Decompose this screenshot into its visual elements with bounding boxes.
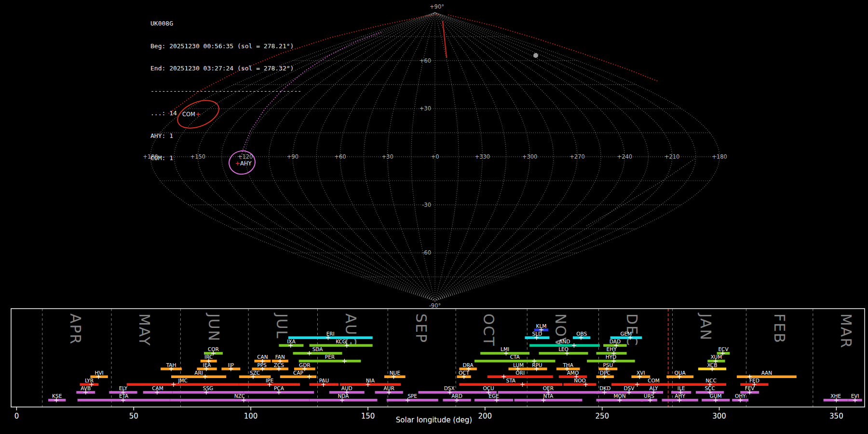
shower-label-OCU: OCU: [483, 385, 494, 391]
activity-timeline: APRMAYJUNJULAUGSEPOCTNOVDECJANFEBMARKLME…: [11, 309, 865, 420]
shower-label-EVI: EVI: [851, 393, 859, 399]
shower-label-NOO: NOO: [574, 378, 585, 383]
shower-label-KCG: KCG: [336, 339, 346, 344]
shower-label-CAP: CAP: [293, 370, 303, 376]
lat-label: -30: [422, 202, 431, 208]
shower-label-XCB: XCB: [707, 362, 717, 368]
shower-bar-NOO: [564, 383, 597, 386]
shower-label-SZC: SZC: [250, 370, 260, 376]
obs-begin: Beg: 20251230 00:56:35 (sol = 278.21°): [150, 42, 301, 50]
month-label-MAY: MAY: [136, 313, 153, 346]
shower-label-MON: MON: [614, 393, 626, 399]
shower-label-PPS: PPS: [258, 362, 267, 368]
shower-label-XHE: XHE: [830, 393, 841, 399]
shower-label-SPE: SPE: [407, 393, 417, 399]
lon-label: +240: [617, 153, 633, 160]
shower-bar-NTA: [515, 399, 583, 402]
shower-label-LUM: LUM: [513, 362, 524, 368]
pole-label-bottom: -90°: [429, 302, 441, 309]
shower-label-IEA: IEA: [203, 362, 212, 368]
month-label-FEB: FEB: [771, 313, 788, 344]
shower-label-STA: STA: [506, 378, 515, 383]
lon-label: +300: [522, 153, 538, 160]
x-axis-label: Solar longitude (deg): [0, 416, 868, 424]
shower-bar-ERI: [288, 337, 373, 339]
peak-marker-PER: [342, 359, 347, 363]
shower-bar-SPE: [387, 399, 438, 402]
shower-label-XVI: XVI: [637, 370, 645, 376]
shower-bar-JMC: [127, 383, 239, 386]
shower-bar-AAN: [737, 376, 797, 379]
shower-label-DAD: DAD: [610, 339, 621, 344]
peak-marker-COM: [635, 382, 639, 387]
shower-label-DSV: DSV: [624, 385, 635, 391]
peak-marker-CAP: [307, 375, 312, 379]
shower-label-IIP: IIP: [228, 362, 234, 368]
shower-label-IXA: IXA: [287, 339, 296, 344]
shower-bar-LEO: [539, 352, 588, 355]
shower-label-RPU: RPU: [532, 362, 542, 368]
peak-marker-ARI: [203, 375, 207, 379]
shower-label-ARI: ARI: [194, 370, 203, 376]
shower-label-EHY: EHY: [607, 346, 617, 352]
shower-label-AHY: AHY: [675, 393, 685, 399]
lon-label: +30: [381, 153, 393, 160]
shower-bar-NZC: [170, 399, 310, 402]
count-ahy: AHY: 1: [150, 132, 301, 140]
lon-label: +330: [475, 153, 490, 160]
pole-label-top: +90°: [430, 3, 444, 10]
shower-label-AND: AND: [559, 339, 570, 344]
shower-label-ZCS: ZCS: [274, 362, 285, 368]
count-sporadic: ...: 14: [150, 109, 301, 117]
shower-label-NZC: NZC: [234, 393, 245, 399]
shower-label-IPE: IPE: [266, 378, 273, 383]
shower-label-GUM: GUM: [710, 393, 722, 399]
divider-dashes: ----------------------------------------: [150, 87, 301, 95]
shower-label-NUE: NUE: [390, 370, 400, 376]
shower-label-AUD: AUD: [341, 385, 353, 391]
month-label-JUN: JUN: [205, 312, 222, 342]
shower-label-AAN: AAN: [761, 370, 773, 376]
shower-label-PCA: PCA: [274, 385, 285, 391]
lat-label: +60: [420, 57, 431, 64]
shower-label-GEM: GEM: [620, 331, 632, 337]
lon-label: +180: [712, 153, 727, 160]
shower-label-SLD: SLD: [532, 331, 542, 337]
lat-label: -60: [422, 249, 431, 256]
shower-label-AVB: AVB: [81, 385, 91, 391]
shower-label-ECV: ECV: [718, 346, 729, 352]
lat-label: +30: [420, 105, 431, 112]
pole-pointer-red: [443, 21, 447, 57]
shower-label-AUR: AUR: [384, 385, 394, 391]
shower-label-OER: OER: [543, 385, 554, 391]
moon-marker: [533, 53, 538, 58]
month-label-MAR: MAR: [838, 313, 854, 349]
shower-label-SCC: SCC: [705, 385, 715, 391]
shower-bar-SDA: [293, 352, 342, 355]
shower-label-CAN: CAN: [257, 354, 268, 360]
shower-label-TAH: TAH: [166, 362, 176, 368]
shower-label-QUA: QUA: [675, 370, 686, 376]
lon-label: +60: [334, 153, 346, 160]
shower-label-THA: THA: [562, 362, 573, 368]
meridian-line: [388, 13, 435, 301]
lon-label: +210: [665, 153, 680, 160]
shower-label-ETA: ETA: [119, 393, 129, 399]
peak-marker-JMC: [171, 382, 176, 387]
shower-label-CTA: CTA: [510, 354, 520, 360]
shower-label-ALY: ALY: [649, 385, 658, 391]
shower-label-CAM: CAM: [152, 385, 163, 391]
shower-label-PSU: PSU: [603, 362, 613, 368]
shower-label-ILE: ILE: [678, 385, 685, 391]
peak-marker-ORI: [502, 375, 506, 379]
shower-label-COR: COR: [208, 346, 219, 352]
radiant-activity-page: { "header": { "station": "UK008G", "beg"…: [0, 0, 868, 434]
shower-bar-ORI: [488, 376, 553, 379]
shower-label-EGE: EGE: [488, 393, 499, 399]
month-label-JUL: JUL: [273, 312, 290, 339]
peak-marker-STA: [520, 382, 525, 387]
info-block: UK008G Beg: 20251230 00:56:35 (sol = 278…: [150, 5, 301, 169]
shower-label-KSE: KSE: [52, 393, 62, 399]
count-com: COM: 1: [150, 154, 301, 162]
peak-marker-AND: [572, 343, 576, 348]
